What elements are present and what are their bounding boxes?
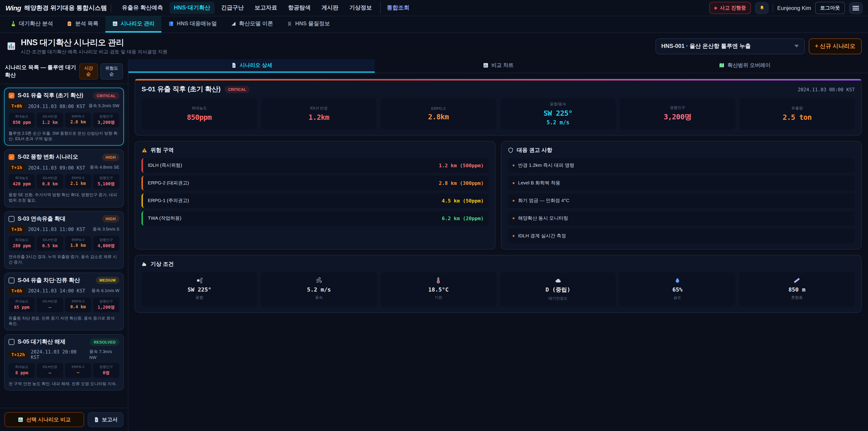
main-menu-item[interactable]: 긴급구난 — [217, 2, 248, 14]
tab-icon — [112, 21, 118, 27]
metric-box: 영향인구 4,800명 — [93, 236, 120, 251]
scenario-checkbox[interactable] — [8, 339, 14, 345]
detail-tab[interactable]: 시나리오 상세 — [128, 59, 375, 73]
sub-nav-tab[interactable]: HNS 물질정보 — [280, 16, 337, 33]
main-menu-item[interactable]: 보고자료 — [250, 2, 282, 14]
weather-label: 풍향 — [195, 295, 203, 301]
sub-nav-tab[interactable]: 시나리오 관리 — [105, 16, 161, 33]
detail-tab[interactable]: 비교 차트 — [375, 59, 622, 73]
main-menu-item[interactable]: 게시판 — [317, 2, 343, 14]
recommendation-text: 해양확산 동시 모니터링 — [518, 215, 568, 221]
detail-metric-box: IDLH 반경 1.2km — [261, 98, 377, 129]
bell-icon — [759, 5, 765, 11]
scenario-checkbox[interactable] — [8, 154, 14, 160]
metric-value: 2.8km — [428, 113, 449, 121]
main-menu-item[interactable]: 통합조회 — [380, 2, 414, 14]
weather-value: SW 225° — [188, 286, 211, 293]
metric-box: 영향인구 5,100명 — [93, 174, 120, 189]
scenario-title: S-03 연속유출 확대 — [18, 215, 99, 223]
tab-icon — [231, 62, 237, 68]
severity-badge: RESOLVED — [90, 338, 119, 345]
metric-label: 유출량 — [792, 106, 803, 111]
scenario-card[interactable]: S-03 연속유출 확대 HIGH T+3h 2024.11.03 11:00 … — [4, 211, 124, 269]
incident-label: 사고 진행중 — [720, 4, 746, 11]
main-menu-item[interactable]: 유출유 확산예측 — [117, 2, 167, 14]
main-menu: 유출유 확산예측 HNS·대기확산 긴급구난 보고자료 항공탐색 게시판 기상정… — [117, 2, 414, 14]
bullet-icon — [513, 164, 515, 166]
main-menu-item[interactable]: HNS·대기확산 — [169, 2, 215, 14]
metric-label: ERPG-2 — [431, 106, 445, 111]
document-icon — [93, 417, 99, 423]
scenario-checkbox[interactable] — [8, 278, 14, 283]
main-menu-item[interactable]: 항공탐색 — [283, 2, 315, 14]
tab-label: 대기확산 분석 — [19, 20, 53, 28]
weather-value: 5.2 m/s — [307, 286, 331, 293]
risk-zone-list: IDLH (즉시위험) 1.2 km (500ppm) ERPG-2 (대피권고… — [135, 158, 495, 232]
shield-icon — [508, 147, 514, 153]
severity-badge: HIGH — [102, 154, 119, 161]
metric-value: 8 ppm — [9, 370, 34, 375]
scenario-card[interactable]: S-02 풍향 변화 시나리오 HIGH T+1h 2024.11.03 09:… — [4, 149, 124, 208]
detail-metric-box: 영향인구 3,200명 — [620, 98, 735, 129]
scenario-wind: 풍속 5.2m/s SW — [89, 103, 119, 109]
new-scenario-button[interactable]: + 신규 시나리오 — [809, 38, 862, 54]
metric-label: IDLH반경 — [38, 238, 62, 242]
weather-panel: 기상 조건 SW 225° 풍향 — [135, 255, 862, 313]
weather-card: D (중립) 대기안정도 — [500, 272, 616, 306]
compare-scenarios-button[interactable]: 선택 시나리오 비교 — [4, 412, 84, 427]
warning-icon — [142, 147, 147, 153]
metric-label: ERPG-2 — [66, 365, 90, 369]
zone-label: ERPG-1 (주의권고) — [148, 197, 189, 204]
incident-select[interactable]: HNS-001 · 울산 온산항 톨루엔 누출 — [655, 38, 805, 54]
scenario-checkbox[interactable] — [8, 93, 14, 98]
sub-nav-tab[interactable]: 확산모델 이론 — [223, 16, 280, 33]
sub-nav-tab[interactable]: 분석 목록 — [60, 16, 105, 33]
metric-box: IDLH반경 0.5 km — [37, 236, 63, 251]
report-label: 보고서 — [102, 416, 118, 423]
detail-metric-box: 풍향/풍속 SW 225° 5.2 m/s — [500, 98, 616, 129]
scenario-description: 전 구역 안전 농도 확인. 대피 해제. 잔류 오염 모니터링 지속. — [8, 381, 119, 387]
detail-tab[interactable]: 확산범위 오버레이 — [621, 59, 868, 73]
weather-card: 850 m 혼합층 — [739, 272, 855, 306]
sort-by-time-button[interactable]: 시간순 — [79, 63, 98, 80]
sub-nav-tab[interactable]: 대기확산 분석 — [4, 16, 60, 33]
hamburger-icon — [852, 6, 859, 10]
sub-nav-tab[interactable]: HNS 대응매뉴얼 — [161, 16, 223, 33]
metric-box: 영향인구 3,200명 — [93, 113, 120, 127]
weather-title: 기상 조건 — [151, 260, 174, 268]
risk-zones-title: 위험 구역 — [151, 147, 174, 154]
metric-value: 0.4 km — [66, 304, 90, 309]
app-menu-button[interactable] — [849, 2, 863, 14]
scenario-card[interactable]: S-01 유출 직후 (초기 확산) CRITICAL T+0h 2024.11… — [4, 88, 124, 146]
content-split: 시나리오 목록 — 톨루엔 대기확산 시간순 위험도순 S-01 유출 직후 (… — [0, 59, 868, 431]
metric-label: 영향인구 — [670, 105, 685, 111]
weather-label: 습도 — [674, 295, 681, 301]
severity-badge: MEDIUM — [96, 277, 119, 284]
weather-label: 대기안정도 — [548, 296, 567, 302]
sidebar-footer: 선택 시나리오 비교 보고서 — [0, 407, 128, 431]
metric-label: 영향인구 — [94, 238, 119, 242]
risk-zone-row: ERPG-2 (대피권고) 2.8 km (300ppm) — [142, 176, 489, 190]
metric-value: 420 ppm — [9, 182, 34, 186]
status-dot-icon — [714, 6, 717, 9]
report-button[interactable]: 보고서 — [88, 412, 123, 427]
metric-value: 0.5 km — [38, 243, 62, 248]
scenario-card[interactable]: S-04 유출 차단·잔류 확산 MEDIUM T+6h 2024.11.03 … — [4, 273, 124, 331]
top-nav: Wing 해양환경 위기대응 통합시스템 유출유 확산예측 HNS·대기확산 긴… — [0, 0, 868, 16]
brand[interactable]: Wing 해양환경 위기대응 통합시스템 — [5, 4, 107, 12]
recommendation-text: IDLH 경계 실시간 측정 — [518, 233, 566, 239]
metric-value: 4,800명 — [94, 243, 119, 249]
metric-value: 2.5 ton — [783, 113, 812, 122]
scenario-datetime: 2024.11.03 11:00 KST — [28, 226, 85, 232]
app-root: Wing 해양환경 위기대응 통합시스템 유출유 확산예측 HNS·대기확산 긴… — [0, 0, 868, 431]
sort-by-risk-button[interactable]: 위험도순 — [100, 63, 123, 80]
logout-button[interactable]: 로그아웃 — [815, 2, 845, 14]
notifications-button[interactable] — [755, 2, 769, 14]
scenario-wind: 풍속 6.1m/s W — [91, 288, 119, 294]
scenario-checkbox[interactable] — [8, 216, 14, 222]
metric-label: 최대농도 — [9, 114, 34, 119]
main-menu-item[interactable]: 기상정보 — [345, 2, 376, 14]
metric-box: 최대농도 8 ppm — [8, 363, 35, 378]
bar-chart-icon — [6, 41, 16, 51]
scenario-card[interactable]: S-05 대기확산 해제 RESOLVED T+12h 2024.11.03 2… — [4, 334, 124, 391]
